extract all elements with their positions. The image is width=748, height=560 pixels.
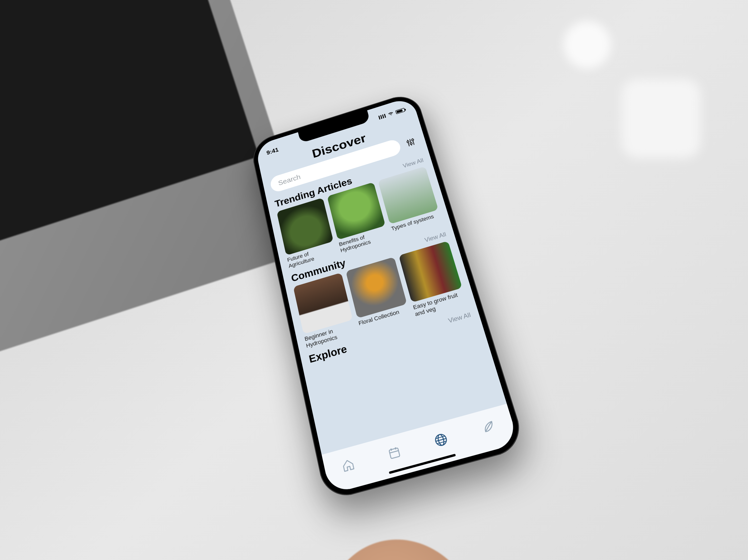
community-card[interactable]: Easy to grow fruit and veg [399, 241, 467, 318]
svg-point-5 [412, 139, 414, 141]
svg-line-12 [436, 439, 446, 441]
svg-point-10 [434, 433, 448, 447]
cellular-icon [378, 114, 387, 120]
content-scroll[interactable]: Trending Articles View All Future of Agr… [266, 150, 507, 455]
home-indicator[interactable] [389, 454, 456, 474]
community-thumb [293, 273, 353, 334]
view-all-community[interactable]: View All [424, 231, 447, 244]
battery-icon [395, 108, 405, 114]
community-card[interactable]: Floral Collection [346, 257, 411, 334]
article-card[interactable]: Benefits of Hydroponics [327, 182, 390, 254]
svg-point-11 [437, 434, 445, 446]
svg-line-9 [395, 447, 396, 449]
article-card[interactable]: Types of systems [378, 166, 443, 238]
svg-line-13 [436, 436, 445, 439]
tab-home[interactable] [338, 455, 358, 476]
svg-point-3 [410, 143, 412, 145]
tab-plants[interactable] [477, 416, 499, 438]
community-label: Floral Collection [358, 306, 410, 327]
status-time: 9:41 [266, 146, 279, 156]
filter-button[interactable] [402, 135, 419, 150]
svg-rect-6 [389, 448, 400, 459]
community-label: Easy to grow fruit and veg [413, 290, 467, 318]
leaf-icon [480, 419, 496, 435]
phone-screen: 9:41 Discover [255, 96, 519, 494]
tab-discover[interactable] [430, 429, 451, 451]
community-card[interactable]: Beginner in Hydroponics [293, 273, 356, 349]
calendar-icon [387, 444, 402, 461]
section-title-explore: Explore [308, 343, 348, 365]
home-icon [341, 457, 356, 473]
svg-point-1 [407, 141, 409, 143]
view-all-explore[interactable]: View All [447, 311, 471, 324]
globe-icon [432, 431, 450, 449]
community-label: Beginner in Hydroponics [304, 322, 356, 349]
tab-calendar[interactable] [384, 442, 404, 463]
svg-line-8 [391, 448, 391, 451]
wifi-icon [387, 110, 395, 118]
community-thumb [399, 241, 462, 303]
tab-bar [322, 404, 519, 494]
article-card[interactable]: Future of Agriculture [277, 198, 336, 269]
airpod-bud-prop [563, 21, 611, 69]
phone-frame: 9:41 Discover [249, 91, 527, 502]
svg-line-7 [390, 451, 398, 453]
community-thumb [346, 257, 407, 318]
sliders-icon [404, 137, 417, 148]
airpods-case-prop [622, 79, 701, 158]
svg-line-14 [437, 441, 446, 444]
